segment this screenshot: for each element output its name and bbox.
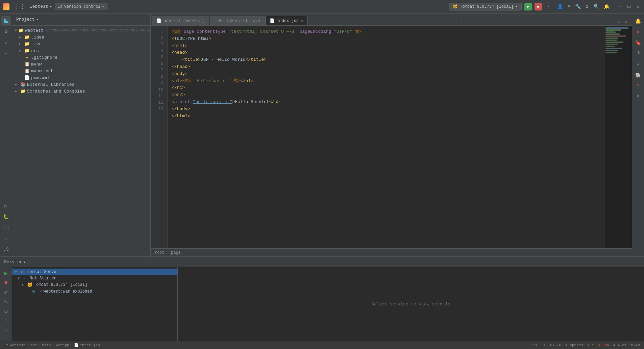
svg-rect-0 — [4, 19, 6, 21]
tree-item-gitignore[interactable]: ▶ ✱ .gitignore — [12, 54, 150, 61]
tree-item-mvnwcmd[interactable]: ▶ 📋 mvnw.cmd — [12, 68, 150, 74]
services-run-btn[interactable]: ▶ — [2, 269, 10, 277]
svc-item-not-started[interactable]: ▼ ◦ Not Started — [12, 275, 177, 281]
run-configuration[interactable]: 🐱 Tomcat 9.0.734 [local] ▾ — [449, 3, 522, 10]
profile-icon[interactable]: 👤 — [555, 3, 565, 10]
editor-settings-icon[interactable]: ✏ — [616, 18, 622, 25]
code-line-2: <!DOCTYPE html> — [172, 35, 601, 43]
tree-item-external-libraries[interactable]: ▶ 📚 External Libraries — [12, 81, 150, 88]
chevron-icon: ▶ — [15, 89, 19, 93]
services-stop-btn[interactable]: ■ — [2, 279, 10, 287]
vcs-icon[interactable]: ⎇ — [4, 343, 8, 347]
status-line-ending[interactable]: LF — [542, 343, 546, 347]
version-control-button[interactable]: ⎇ Version control ▾ — [55, 3, 107, 10]
right-icon-maven[interactable]: M — [634, 81, 643, 91]
right-icon-plugins[interactable]: ⚡ — [634, 59, 643, 69]
tab-helloservlet[interactable]: ☕ HelloServlet.java — [210, 16, 265, 25]
line-num-7: 7 — [151, 67, 167, 74]
services-expand-btn[interactable]: ⤢ — [2, 288, 10, 296]
library-icon: 📚 — [20, 82, 26, 87]
sidebar-icon-run[interactable]: 🐛 — [1, 212, 11, 221]
svc-item-tomcat-instance[interactable]: ▼ 🐱 Tomcat 9.0.734 [local] — [12, 281, 177, 288]
status-indent[interactable]: 4 spaces — [565, 343, 583, 347]
breadcrumb-indexjsp[interactable]: 📄 index.jsp — [74, 343, 100, 347]
minimize-button[interactable]: ─ — [617, 3, 623, 10]
sidebar-icon-terminal[interactable]: ⬛ — [1, 223, 11, 232]
breadcrumb-webapp[interactable]: webapp — [56, 343, 69, 347]
tab-indexjsp[interactable]: 📄 index.jsp ✕ — [265, 16, 307, 25]
project-dropdown-icon[interactable]: ▾ — [50, 4, 52, 9]
settings-icon[interactable]: ⚙ — [584, 3, 590, 10]
right-icon-todo[interactable]: ✕ — [634, 27, 643, 36]
breadcrumb-src[interactable]: src — [30, 343, 37, 347]
notifications-icon[interactable]: 🔔 — [602, 3, 611, 10]
svc-item-tomcat-server[interactable]: ▼ ● Tomcat Server — [12, 269, 177, 275]
code-content[interactable]: <%@ page contentType="text/html; charset… — [168, 26, 605, 248]
services-add-btn[interactable]: ＋ — [2, 326, 10, 334]
tree-label-external: External Libraries — [27, 82, 74, 87]
translate-icon[interactable]: A — [566, 3, 572, 10]
sidebar-icon-commit[interactable] — [1, 27, 11, 36]
project-panel: Project ▾ ▼ 📁 webtest E:\000-Computer\00… — [12, 14, 151, 256]
app-logo — [3, 3, 9, 10]
project-dropdown-icon[interactable]: ▾ — [37, 18, 39, 22]
tab-more-button[interactable]: ⋮ — [457, 17, 467, 25]
status-memory[interactable]: 484 of 1024M — [613, 343, 640, 347]
editor-checkmark-icon[interactable]: ✓ — [623, 18, 629, 25]
tree-item-pomxml[interactable]: ▶ 📄 pom.xml — [12, 74, 150, 81]
left-sidebar: ✔ ⋯ ▷ 🐛 ⬛ ⚠ ⎇ — [0, 14, 12, 256]
status-position[interactable]: 1:1 — [531, 343, 538, 347]
breadcrumb-webtest[interactable]: webtest — [10, 343, 25, 347]
code-line-11: <a href="hello-servlet">Hello Servlet</a… — [172, 99, 601, 106]
right-icon-font[interactable]: A — [634, 92, 643, 101]
tree-label-src: src — [31, 48, 39, 53]
sidebar-icon-problems[interactable]: ⚠ — [1, 233, 11, 243]
status-encoding[interactable]: UTF-8 — [550, 343, 561, 347]
status-errors[interactable]: ✕ 389 — [598, 343, 609, 347]
search-icon[interactable]: 🔍 — [592, 3, 601, 10]
run-button[interactable]: ▶ — [524, 3, 532, 10]
close-button[interactable]: ✕ — [635, 3, 641, 10]
services-title: Services — [4, 259, 25, 265]
tree-item-src[interactable]: ▶ 📁 src — [12, 47, 150, 54]
more-run-options-button[interactable]: ⋮ — [545, 3, 553, 10]
sidebar-icon-more[interactable]: ⋯ — [1, 49, 11, 58]
code-line-10: <br/> — [172, 92, 601, 99]
services-filter-btn[interactable]: ⊟ — [2, 317, 10, 325]
tools-icon[interactable]: 🔧 — [573, 3, 583, 10]
right-icon-gradle[interactable]: 🐘 — [634, 70, 643, 80]
line-num-3: 3 — [151, 41, 167, 48]
right-icon-notifications[interactable]: 🔔 — [634, 16, 643, 26]
chevron-icon: ▶ — [19, 49, 23, 53]
gitignore-icon: ✱ — [24, 55, 30, 60]
stop-button[interactable]: ■ — [535, 3, 542, 10]
breadcrumb-page[interactable]: page — [171, 250, 181, 255]
chevron-icon: ▶ — [19, 42, 23, 46]
version-control-label: Version control — [64, 4, 100, 9]
breadcrumb-root[interactable]: root — [155, 250, 165, 255]
sidebar-icon-git[interactable]: ⎇ — [1, 244, 11, 254]
tree-item-scratches[interactable]: ▶ 📁 Scratches and Consoles — [12, 88, 150, 95]
sidebar-icon-project[interactable] — [1, 16, 11, 26]
services-group-btn[interactable]: ⊞ — [2, 307, 10, 315]
tree-label-mvnw: mvnw — [31, 62, 42, 67]
status-warnings[interactable]: ⚠ 1 — [587, 343, 594, 347]
tree-item-mvn[interactable]: ▶ 📁 .mvn — [12, 41, 150, 47]
maximize-button[interactable]: □ — [625, 3, 632, 10]
hamburger-menu[interactable]: ⋮⋮ — [12, 3, 27, 11]
sidebar-icon-services[interactable]: ▷ — [1, 201, 11, 210]
project-name-badge[interactable]: webtest ▾ — [30, 4, 52, 9]
services-collapse-btn[interactable]: ⤡ — [2, 298, 10, 306]
tree-item-idea[interactable]: ▶ 📁 .idea — [12, 34, 150, 41]
tree-item-mvnw[interactable]: ▶ 📋 mvnw — [12, 61, 150, 68]
tree-item-webtest[interactable]: ▼ 📁 webtest E:\000-Computer\001-Java\008… — [12, 27, 150, 34]
svc-item-webtest-war[interactable]: ▶ ◎ ○ webtest:war exploded — [12, 288, 177, 295]
sidebar-icon-todo[interactable]: ✔ — [1, 38, 11, 47]
tab-pomxml[interactable]: 📄 pom.xml (webtest) — [152, 16, 209, 25]
services-left-toolbar: ▶ ■ ⤢ ⤡ ⊞ ⊟ ＋ — [0, 267, 12, 341]
tab-indexjsp-close[interactable]: ✕ — [301, 19, 303, 23]
right-icon-bookmark[interactable]: 🔖 — [634, 38, 643, 47]
breadcrumb-main[interactable]: main — [42, 343, 51, 347]
svc-label-tomcat-instance: Tomcat 9.0.734 [local] — [34, 282, 87, 287]
right-icon-db[interactable]: 🗄 — [634, 49, 643, 58]
